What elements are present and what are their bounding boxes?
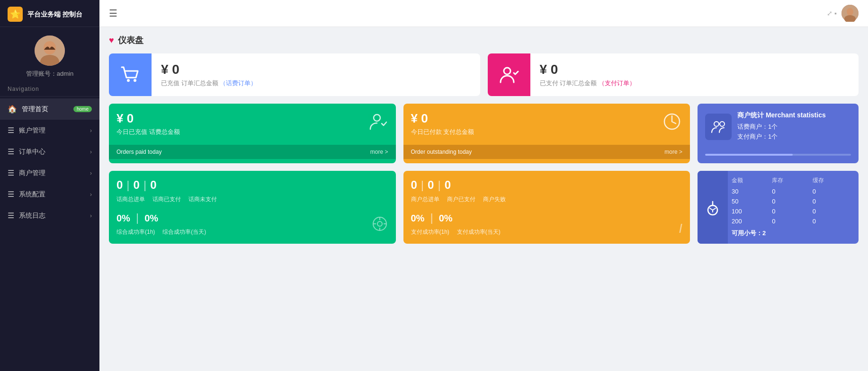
avatar xyxy=(35,35,65,66)
bot-recharge-rate2: 0% xyxy=(144,213,158,224)
merchant-stat-card: 商户统计 Merchant statistics 话费商户：1个 支付商户：1个 xyxy=(698,104,859,163)
page-heading: ♥ 仪表盘 xyxy=(109,35,859,46)
mid-payment-label: 今日已付款 支付总金额 xyxy=(411,128,474,136)
mid-payment-footer: Order outstanding today more > xyxy=(403,145,690,159)
mid-payment-icon xyxy=(662,111,682,136)
bot-payment-rate2: 0% xyxy=(439,213,453,224)
page-content: ♥ 仪表盘 ¥ 0 已充值 订单汇总金额 （话费订单） xyxy=(99,27,868,371)
merchant-stat-bar xyxy=(705,154,851,156)
mid-recharge-more[interactable]: more > xyxy=(370,149,388,155)
inventory-header-cache: 缓存 xyxy=(813,177,853,185)
logo-icon: ⭐ xyxy=(8,7,23,22)
svg-point-8 xyxy=(504,68,510,74)
expand-icon[interactable]: ⤢ ▪ xyxy=(827,9,837,17)
bot-recharge-label1: 话商总进单 xyxy=(116,195,145,203)
bot-card-recharge: 0 | 0 | 0 话商总进单 话商已支付 话商未支付 0% | 0% xyxy=(109,171,396,244)
inventory-header-amount: 金额 xyxy=(732,177,772,185)
arrow-icon-account: › xyxy=(90,127,92,134)
menu-icon-account: ☰ xyxy=(8,126,14,135)
inv-stock-2: 0 xyxy=(772,208,812,215)
nav-label-account: 账户管理 xyxy=(19,126,85,135)
mid-recharge-icon xyxy=(367,111,388,136)
sidebar-item-home[interactable]: 🏠 管理首页 home xyxy=(0,98,99,120)
svg-point-4 xyxy=(847,8,853,16)
big-card-recharge: ¥ 0 已充值 订单汇总金额 （话费订单） xyxy=(109,53,480,96)
inventory-footer: 可用小号：2 xyxy=(732,229,853,238)
sidebar-item-account[interactable]: ☰ 账户管理 › xyxy=(0,120,99,141)
account-label: 管理账号：admin xyxy=(0,27,99,81)
topbar-avatar[interactable] xyxy=(841,5,859,22)
bot-recharge-rate-label2: 综合成功率(当天) xyxy=(162,228,206,236)
merchant-stat-text: 商户统计 Merchant statistics 话费商户：1个 支付商户：1个 xyxy=(737,111,826,142)
svg-point-6 xyxy=(127,79,130,82)
recharge-desc-highlight: （话费订单） xyxy=(220,80,257,87)
payment-amount: ¥ 0 xyxy=(540,62,850,77)
mid-recharge-footer-label: Orders paid today xyxy=(116,149,161,155)
mid-payment-footer-label: Order outstanding today xyxy=(411,149,472,155)
inventory-header-stock: 库存 xyxy=(772,177,812,185)
big-card-payment-body: ¥ 0 已支付 订单汇总金额 （支付订单） xyxy=(530,54,859,95)
inventory-card: 金额 库存 缓存 30 0 0 50 0 0 100 xyxy=(698,171,859,244)
bot-recharge-rate1: 0% xyxy=(116,213,130,224)
inv-amount-3: 200 xyxy=(732,218,772,225)
topbar-right: ⤢ ▪ xyxy=(827,5,859,22)
payment-desc-highlight: （支付订单） xyxy=(599,80,635,87)
merchant-stat-bar-fill xyxy=(705,154,793,156)
inv-amount-0: 30 xyxy=(732,188,772,195)
merchant-stat-header: 商户统计 Merchant statistics 话费商户：1个 支付商户：1个 xyxy=(698,104,859,150)
topbar-menu-icon[interactable]: ☰ xyxy=(109,8,117,19)
big-card-payment: ¥ 0 已支付 订单汇总金额 （支付订单） xyxy=(488,53,859,96)
inventory-table-header: 金额 库存 缓存 xyxy=(732,177,853,185)
payment-desc: 已支付 订单汇总金额 （支付订单） xyxy=(540,79,850,88)
mid-cards-row: ¥ 0 今日已充值 话费总金额 Orders paid today more > xyxy=(109,104,859,163)
sidebar-item-syslog[interactable]: ☰ 系统日志 › xyxy=(0,205,99,226)
menu-icon-sysconfig: ☰ xyxy=(8,190,14,199)
sidebar-item-sysconfig[interactable]: ☰ 系统配置 › xyxy=(0,184,99,205)
page-title: 仪表盘 xyxy=(118,35,143,46)
inv-cache-2: 0 xyxy=(813,208,853,215)
bot-payment-rate-label1: 支付成功率(1h) xyxy=(411,228,449,236)
top-cards-row: ¥ 0 已充值 订单汇总金额 （话费订单） ¥ 0 xyxy=(109,53,859,96)
menu-icon-merchant: ☰ xyxy=(8,168,14,177)
bot-payment-rates: 0% | 0% xyxy=(411,211,683,224)
bot-cards-row: 0 | 0 | 0 话商总进单 话商已支付 话商未支付 0% | 0% xyxy=(109,171,859,244)
bot-card-payment: 0 | 0 | 0 商户总进单 商户已支付 商户失败 0% | 0% 支 xyxy=(403,171,690,244)
inv-stock-1: 0 xyxy=(772,198,812,205)
bot-payment-val2: 0 xyxy=(428,178,434,192)
heart-icon: ♥ xyxy=(109,35,114,45)
sidebar-title: 平台业务端 控制台 xyxy=(27,10,82,18)
sidebar-item-merchant[interactable]: ☰ 商户管理 › xyxy=(0,162,99,184)
recharge-desc: 已充值 订单汇总金额 （话费订单） xyxy=(161,79,471,88)
bot-recharge-rate-label1: 综合成功率(1h) xyxy=(116,228,155,236)
mid-recharge-info: ¥ 0 今日已充值 话费总金额 xyxy=(116,111,180,136)
bot-recharge-rates: 0% | 0% xyxy=(116,211,388,224)
bot-recharge-vals: 0 | 0 | 0 xyxy=(116,178,388,192)
mid-payment-more[interactable]: more > xyxy=(664,149,682,155)
bot-payment-val3: 0 xyxy=(445,178,451,192)
menu-icon-syslog: ☰ xyxy=(8,211,14,220)
inv-amount-1: 50 xyxy=(732,198,772,205)
inv-cache-0: 0 xyxy=(813,188,853,195)
sidebar: ⭐ 平台业务端 控制台 管理账号：admin Navigation 🏠 管理首页… xyxy=(0,0,99,371)
bot-payment-vals: 0 | 0 | 0 xyxy=(411,178,683,192)
arrow-icon-sysconfig: › xyxy=(90,191,92,198)
arrow-icon-syslog: › xyxy=(90,212,92,219)
sidebar-item-orders[interactable]: ☰ 订单中心 › xyxy=(0,141,99,162)
svg-point-11 xyxy=(714,122,719,126)
inventory-row-1: 50 0 0 xyxy=(732,196,853,206)
home-badge: home xyxy=(73,106,92,112)
bot-recharge-corner-icon xyxy=(371,215,388,236)
bot-recharge-rate-labels: 综合成功率(1h) 综合成功率(当天) xyxy=(116,228,388,236)
bot-recharge-val1: 0 xyxy=(116,178,123,192)
inventory-table: 金额 库存 缓存 30 0 0 50 0 0 100 xyxy=(728,171,859,244)
mid-recharge-label: 今日已充值 话费总金额 xyxy=(116,128,180,136)
merchant-stat-icon xyxy=(705,114,732,140)
inventory-row-0: 30 0 0 xyxy=(732,186,853,196)
topbar-left: ☰ xyxy=(109,8,117,19)
bot-payment-corner-icon: I xyxy=(679,221,682,236)
merchant-stat-row1: 话费商户：1个 xyxy=(737,123,826,131)
menu-icon-orders: ☰ xyxy=(8,147,14,156)
arrow-icon-merchant: › xyxy=(90,170,92,177)
merchant-stat-title: 商户统计 Merchant statistics xyxy=(737,111,826,120)
mid-card-payment-body: ¥ 0 今日已付款 支付总金额 xyxy=(403,104,690,136)
